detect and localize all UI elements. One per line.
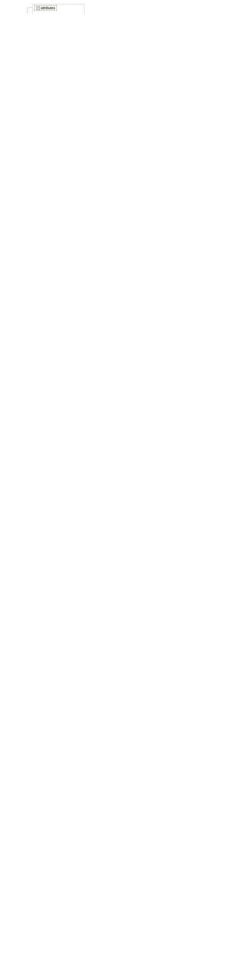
toggle-icon[interactable]: − bbox=[37, 6, 40, 10]
attributes-container: − attributes bbox=[34, 5, 57, 11]
attributes-label: − attributes bbox=[34, 5, 57, 11]
